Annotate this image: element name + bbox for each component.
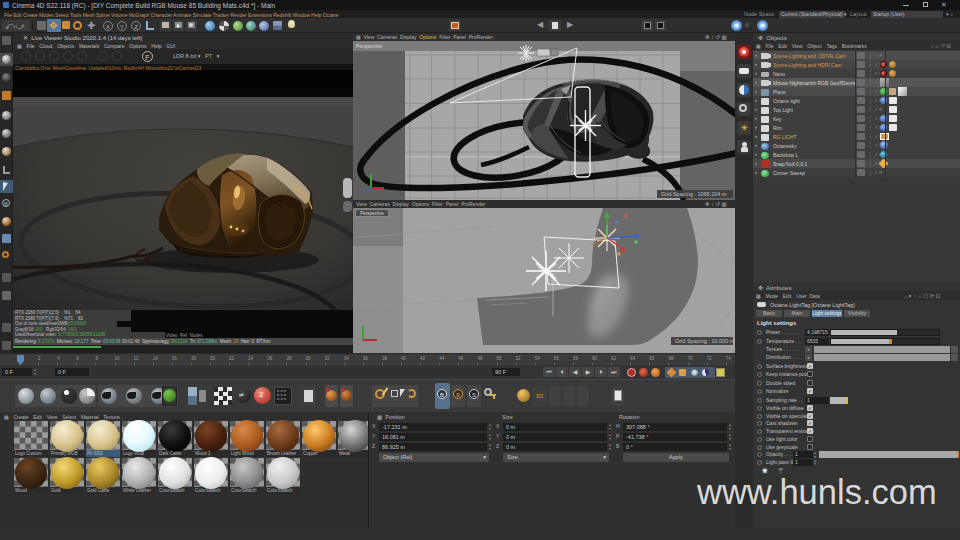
svg-text:Grid Spacing : 10.000 m: Grid Spacing : 10.000 m — [675, 338, 735, 344]
svg-text:Grid Spacing : 1068.204 m: Grid Spacing : 1068.204 m — [661, 191, 727, 197]
